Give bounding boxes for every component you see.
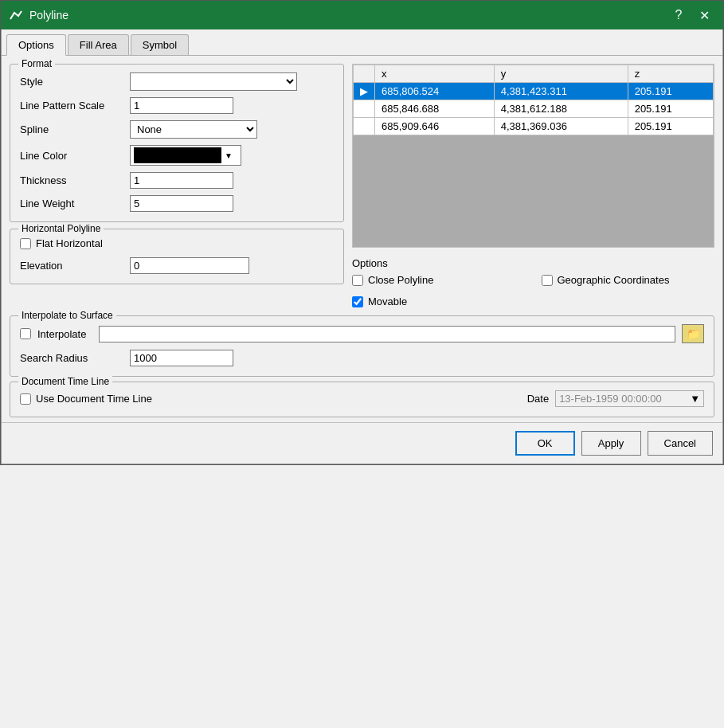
cell-y: 4,381,423.311 bbox=[494, 83, 628, 100]
spline-label: Spline bbox=[20, 123, 123, 135]
interpolate-checkbox[interactable] bbox=[20, 328, 31, 339]
thickness-label: Thickness bbox=[20, 174, 123, 186]
tab-symbol[interactable]: Symbol bbox=[131, 34, 189, 55]
movable-checkbox[interactable] bbox=[352, 296, 363, 307]
line-color-label: Line Color bbox=[20, 150, 123, 162]
line-pattern-scale-input[interactable] bbox=[130, 97, 233, 114]
tab-fill-area[interactable]: Fill Area bbox=[68, 34, 129, 55]
spline-select[interactable]: None Cubic B-Spline bbox=[130, 120, 257, 139]
col-arrow bbox=[354, 65, 375, 83]
col-z: z bbox=[628, 65, 713, 83]
search-radius-label: Search Radius bbox=[20, 352, 123, 364]
bottom-bar: OK Apply Cancel bbox=[2, 422, 722, 464]
svg-rect-0 bbox=[9, 8, 23, 22]
row-arrow bbox=[354, 100, 375, 118]
document-timeline-title: Document Time Line bbox=[18, 376, 112, 387]
options-section-label: Options bbox=[352, 257, 714, 269]
cancel-button[interactable]: Cancel bbox=[648, 431, 713, 456]
line-pattern-scale-label: Line Pattern Scale bbox=[20, 100, 123, 112]
line-weight-input[interactable] bbox=[130, 195, 233, 212]
flat-horizontal-label: Flat Horizontal bbox=[36, 237, 103, 249]
folder-icon: 📁 bbox=[687, 327, 700, 340]
app-icon bbox=[9, 8, 23, 22]
tab-options[interactable]: Options bbox=[6, 34, 66, 56]
interpolate-group-title: Interpolate to Surface bbox=[18, 310, 116, 321]
interpolate-label: Interpolate bbox=[37, 328, 86, 340]
use-doc-timeline-checkbox[interactable] bbox=[20, 393, 31, 405]
cell-x: 685,846.688 bbox=[375, 100, 495, 118]
col-y: y bbox=[494, 65, 628, 83]
close-polyline-row: Close Polyline bbox=[352, 274, 526, 286]
date-label: Date bbox=[527, 393, 549, 405]
cell-z: 205.191 bbox=[628, 83, 713, 100]
row-arrow bbox=[354, 118, 375, 135]
date-value: 13-Feb-1959 00:00:00 bbox=[559, 393, 687, 405]
close-button[interactable]: ✕ bbox=[693, 4, 715, 26]
use-doc-timeline-label: Use Document Time Line bbox=[36, 393, 152, 405]
close-polyline-checkbox[interactable] bbox=[352, 275, 363, 286]
color-arrow-icon: ▼ bbox=[225, 151, 233, 160]
interpolate-path-input[interactable] bbox=[99, 326, 675, 342]
cell-y: 4,381,369.036 bbox=[494, 118, 628, 135]
help-button[interactable]: ? bbox=[667, 4, 690, 26]
apply-button[interactable]: Apply bbox=[581, 431, 641, 456]
ok-button[interactable]: OK bbox=[515, 431, 575, 456]
geographic-coords-row: Geographic Coordinates bbox=[542, 274, 715, 286]
line-weight-label: Line Weight bbox=[20, 198, 123, 209]
geographic-coords-checkbox[interactable] bbox=[542, 275, 553, 286]
elevation-label: Elevation bbox=[20, 260, 123, 272]
table-empty-area bbox=[353, 135, 714, 247]
style-select[interactable] bbox=[130, 72, 297, 91]
cell-x: 685,806.524 bbox=[375, 83, 495, 100]
date-dropdown-arrow[interactable]: ▼ bbox=[690, 393, 700, 405]
dialog-title: Polyline bbox=[29, 9, 68, 22]
movable-row: Movable bbox=[352, 296, 526, 307]
geographic-coords-label: Geographic Coordinates bbox=[558, 274, 670, 286]
row-arrow: ▶ bbox=[354, 83, 375, 100]
coordinates-table-wrap: x y z ▶ 685,806.524 4,381,423.311 205.19… bbox=[352, 64, 714, 248]
movable-label: Movable bbox=[368, 296, 407, 307]
title-bar: Polyline ? ✕ bbox=[1, 1, 723, 29]
document-timeline-group: Document Time Line Use Document Time Lin… bbox=[10, 382, 714, 417]
table-row[interactable]: 685,846.688 4,381,612.188 205.191 bbox=[354, 100, 714, 118]
close-polyline-label: Close Polyline bbox=[368, 274, 433, 286]
horizontal-polyline-title: Horizontal Polyline bbox=[18, 223, 104, 234]
options-section: Options Close Polyline Geographic Coordi… bbox=[352, 254, 714, 307]
cell-y: 4,381,612.188 bbox=[494, 100, 628, 118]
coordinates-table: x y z ▶ 685,806.524 4,381,423.311 205.19… bbox=[353, 65, 714, 135]
table-row[interactable]: 685,909.646 4,381,369.036 205.191 bbox=[354, 118, 714, 135]
elevation-input[interactable] bbox=[130, 257, 249, 274]
thickness-input[interactable] bbox=[130, 172, 233, 189]
interpolate-group: Interpolate to Surface Interpolate 📁 Sea… bbox=[10, 315, 714, 377]
cell-z: 205.191 bbox=[628, 100, 713, 118]
flat-horizontal-checkbox[interactable] bbox=[20, 238, 31, 249]
folder-browse-button[interactable]: 📁 bbox=[682, 324, 704, 343]
tab-bar: Options Fill Area Symbol bbox=[2, 29, 722, 56]
format-group-title: Format bbox=[18, 58, 55, 69]
format-group: Format Style Line Pattern Scale Spline bbox=[10, 64, 344, 222]
col-x: x bbox=[375, 65, 495, 83]
table-row[interactable]: ▶ 685,806.524 4,381,423.311 205.191 bbox=[354, 83, 714, 100]
search-radius-input[interactable] bbox=[130, 350, 233, 366]
color-swatch bbox=[134, 147, 221, 163]
line-color-dropdown[interactable]: ▼ bbox=[130, 145, 241, 166]
cell-z: 205.191 bbox=[628, 118, 713, 135]
cell-x: 685,909.646 bbox=[375, 118, 495, 135]
horizontal-polyline-group: Horizontal Polyline Flat Horizontal Elev… bbox=[10, 229, 344, 284]
style-label: Style bbox=[20, 76, 123, 88]
